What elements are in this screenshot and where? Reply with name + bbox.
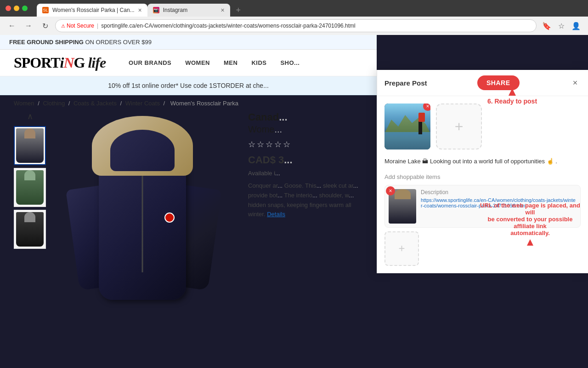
breadcrumb-coats[interactable]: Coats & Jackets [74,100,117,107]
coat-illustration [64,116,220,309]
product-price: CAD$ 3... [248,154,363,166]
star-1: ☆ [248,139,255,150]
media-add-icon: + [455,118,464,135]
breadcrumb-current: Women's Rossclair Parka [170,100,238,107]
tab-instagram[interactable]: 📷 Instagram × [147,4,230,17]
nav-kids[interactable]: KIDS [251,59,266,66]
thumb-scroll-up[interactable]: ∧ [27,111,33,121]
nav-our-brands[interactable]: OUR BRANDS [129,59,171,66]
extensions-button[interactable]: 🔖 [540,19,553,32]
breadcrumb-women[interactable]: Women [14,100,34,107]
product-info: Canad... Wome... ☆ ☆ ☆ ☆ ☆ CAD$ 3... Ava… [234,111,363,309]
tab-title-sporting: Women's Rossclair Parka | Can... [52,7,135,13]
bookmark-button[interactable]: ☆ [555,19,568,32]
product-details-link[interactable]: Details [267,211,285,218]
shoppable-item: × Description https://www.sportinglife.c… [384,185,581,228]
media-row: × + [384,104,581,150]
share-button[interactable]: SHARE [477,75,520,90]
shoppable-item-details: Description https://www.sportinglife.ca/… [421,189,577,208]
forward-button[interactable]: → [22,19,35,32]
star-3: ☆ [266,139,273,150]
tab-title-instagram: Instagram [163,7,187,13]
shoppable-title: Add shoppable items [384,173,581,180]
shoppable-add-icon: + [398,242,405,255]
star-4: ☆ [274,139,282,150]
panel-header: Prepare Post SHARE × [377,70,588,96]
breadcrumb-sep-1: / [38,100,41,107]
panel-body: × + Moraine Lake 🏔 Looking out into a [377,96,588,273]
breadcrumb-clothing[interactable]: Clothing [43,100,65,107]
site-header: SPORTiNG life OUR BRANDS WOMEN MEN KIDS … [0,50,377,76]
prepare-post-panel: Prepare Post SHARE × × [377,70,588,273]
close-window-button[interactable] [6,6,11,11]
main-nav: OUR BRANDS WOMEN MEN KIDS SHO... [129,59,300,66]
nav-shop[interactable]: SHO... [280,59,300,66]
address-separator: | [97,23,98,29]
panel-close-button[interactable]: × [570,77,581,88]
tab-close-instagram[interactable]: × [221,6,225,14]
thumb-coat-black [16,128,44,163]
security-indicator: Not Secure [61,23,94,29]
browser-nav-icons: 🔖 ☆ 👤 [540,19,582,32]
browser-navbar: ← → ↻ Not Secure | sportinglife.ca/en-CA… [0,17,588,35]
product-brand: Canad... [248,111,363,123]
breadcrumb-sep-2: / [68,100,72,107]
product-description: Conquer ar... Goose. This... sleek cut a… [248,181,363,219]
browser-tabs: SL Women's Rossclair Parka | Can... × 📷 … [37,0,245,17]
profile-button[interactable]: 👤 [570,19,582,32]
address-url: sportinglife.ca/en-CA/women/clothing/coa… [101,23,356,29]
product-thumb-1[interactable] [14,126,46,165]
nav-women[interactable]: WOMEN [185,59,210,66]
product-thumb-2[interactable] [14,168,46,207]
shipping-banner-strong: FREE GROUND SHIPPING [9,39,84,46]
promo-banner-text: 10% off 1st online order* Use code 1STOR… [108,82,269,89]
shoppable-section: Add shoppable items × Description https:… [384,173,581,266]
shoppable-add-button[interactable]: + [384,231,419,266]
panel-title: Prepare Post [384,79,427,87]
shoppable-item-image-wrapper: × [389,189,416,224]
browser-chrome: SL Women's Rossclair Parka | Can... × 📷 … [0,0,588,35]
thumb-coat-green [16,170,44,205]
shoppable-remove-button[interactable]: × [386,186,395,196]
shoppable-item-url[interactable]: https://www.sportinglife.ca/en-CA/women/… [421,197,577,208]
product-main-image [51,111,234,309]
minimize-window-button[interactable] [14,6,19,11]
promo-banner: 10% off 1st online order* Use code 1STOR… [0,76,377,95]
site-logo[interactable]: SPORTiNG life [14,54,106,71]
breadcrumb-sep-4: / [164,100,167,107]
product-thumbnails: ∧ [14,111,51,309]
new-tab-button[interactable]: + [232,4,245,17]
site-content: FREE GROUND SHIPPING ON ORDERS OVER $99 … [0,35,377,309]
tab-favicon-sporting: SL [42,7,49,13]
shipping-banner-rest: ON ORDERS OVER $99 [85,39,152,46]
tab-sporting-life[interactable]: SL Women's Rossclair Parka | Can... × [37,4,147,17]
tab-favicon-instagram: 📷 [153,7,159,13]
star-2: ☆ [257,139,264,150]
product-name: Wome... [248,124,363,135]
media-image-lake: × [384,104,430,150]
logo-text: SPORTiNG life [14,54,106,71]
shoppable-item-description: Description [421,189,577,196]
caption-area: Moraine Lake 🏔 Looking out into a world … [384,157,581,166]
shipping-banner: FREE GROUND SHIPPING ON ORDERS OVER $99 [0,35,377,50]
product-layout: ∧ [0,111,377,309]
back-button[interactable]: ← [6,19,18,32]
product-thumb-3[interactable] [14,210,46,249]
maximize-window-button[interactable] [22,6,28,11]
breadcrumb-winter-coats[interactable]: Winter Coats [125,100,160,107]
nav-men[interactable]: MEN [224,59,237,66]
tab-close-sporting[interactable]: × [138,6,142,14]
breadcrumb: Women / Clothing / Coats & Jackets / Win… [0,95,377,111]
product-availability: Available i... [248,170,363,177]
browser-titlebar: SL Women's Rossclair Parka | Can... × 📷 … [0,0,588,17]
address-bar[interactable]: Not Secure | sportinglife.ca/en-CA/women… [55,19,537,32]
traffic-lights [6,6,28,11]
breadcrumb-sep-3: / [120,100,124,107]
thumb-coat-dark [16,212,44,247]
media-add-button[interactable]: + [436,104,482,150]
product-stars: ☆ ☆ ☆ ☆ ☆ [248,139,363,150]
caption-text: Moraine Lake 🏔 Looking out into a world … [384,157,581,166]
refresh-button[interactable]: ↻ [39,19,51,32]
star-5: ☆ [283,139,290,150]
